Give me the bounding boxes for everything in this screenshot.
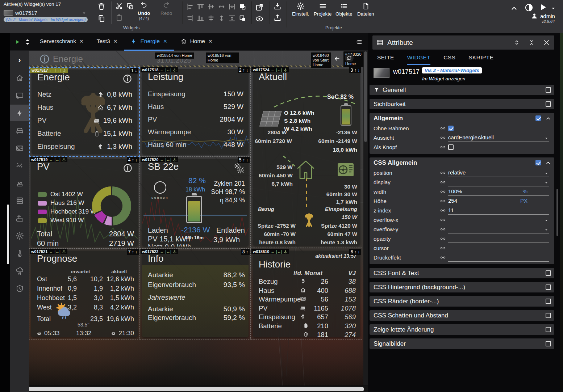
import-icon[interactable] — [273, 2, 282, 11]
preview-eye-icon[interactable] — [255, 14, 264, 23]
section-checkbox[interactable] — [546, 299, 551, 304]
match-height-icon[interactable] — [228, 14, 236, 22]
section-css-font-&-text[interactable]: CSS Font & Text — [370, 268, 554, 278]
link-icon[interactable] — [437, 236, 448, 242]
widget-pv[interactable]: PVOst 1402 WHaus 216 WHochbeet 319 WWest… — [29, 157, 140, 249]
link-icon[interactable] — [437, 179, 448, 185]
section-header[interactable]: Allgemein — [370, 113, 554, 123]
chevron-up-icon[interactable] — [545, 160, 551, 166]
section-checkbox[interactable] — [546, 270, 551, 276]
theme-toggle-icon[interactable] — [524, 3, 534, 12]
section-checkbox[interactable] — [535, 115, 541, 121]
section-checkbox[interactable] — [546, 313, 551, 318]
cut-icon[interactable] — [115, 2, 123, 10]
attr-input[interactable] — [448, 244, 549, 252]
sidebar-item-bolt[interactable] — [10, 105, 29, 121]
widget-energie[interactable]: EnergieNetz0,8 kWhHaus6,7 kWhPV19,6 kWhB… — [29, 67, 140, 157]
sidebar-item-thermometer[interactable] — [10, 245, 29, 262]
sidebar-item-stars-chart[interactable] — [10, 157, 29, 174]
section-css-ränder-border-[interactable]: CSS Ränder (border-...) — [370, 296, 554, 307]
widget-id-chip[interactable]: w017521←|↔| — [30, 249, 67, 254]
nav-dateien-button[interactable]: Dateien — [357, 2, 374, 17]
widget-order-badge[interactable]: 4 ↑ ↓ — [127, 157, 139, 163]
attr-select[interactable] — [448, 178, 549, 186]
nav-einstell-button[interactable]: Einstell. — [292, 2, 309, 17]
align-horizontal-center-icon[interactable] — [207, 14, 215, 22]
run-view-icon[interactable] — [14, 39, 20, 45]
section-css-schatten-und-abstand[interactable]: CSS Schatten und Abstand — [370, 310, 554, 321]
nav-objekte-button[interactable]: Objekte — [335, 2, 353, 17]
close-tab-icon[interactable]: ✕ — [208, 38, 213, 44]
chevron-up-icon[interactable] — [545, 115, 551, 121]
send-backward-icon[interactable] — [239, 14, 246, 22]
align-top-icon[interactable] — [197, 3, 204, 10]
section-header[interactable]: CSS Hintergrund (background-...) — [370, 282, 554, 292]
widget-id-chip[interactable]: w017517←|↔| — [30, 68, 68, 73]
attr-select[interactable]: relative — [448, 169, 549, 177]
link-icon[interactable] — [437, 245, 448, 251]
panel-scrollbar-thumb[interactable] — [556, 189, 558, 236]
clone-icon[interactable] — [126, 2, 134, 10]
widget-sb22e[interactable]: SB 22esonnen82 %18 kWhZyklen 201SoH 98,7… — [140, 157, 251, 249]
distribute-horizontal-icon[interactable] — [218, 3, 225, 10]
sidebar-item-gear[interactable] — [10, 228, 29, 244]
align-right-icon[interactable] — [186, 14, 194, 22]
canvas-vertical-scrollbar[interactable] — [363, 51, 368, 385]
paste-icon[interactable] — [115, 14, 123, 22]
widget-id-chip[interactable]: w017522←|↔| — [141, 249, 178, 254]
widget-order-badge[interactable]: 8 ↑ — [241, 249, 250, 255]
section-checkbox[interactable] — [546, 327, 551, 332]
section-checkbox[interactable] — [546, 284, 551, 290]
close-panel-icon[interactable] — [543, 39, 550, 46]
tab-serverschrank[interactable]: Serverschrank✕ — [33, 33, 90, 51]
widget-order-badge[interactable]: 3 ↑ ↓ — [349, 67, 361, 73]
run-project-icon[interactable] — [539, 3, 547, 12]
panel-tab-seite[interactable]: SEITE — [377, 54, 394, 65]
widget-order-badge[interactable]: 7 ↑ ↓ — [127, 249, 139, 255]
link-icon[interactable] — [437, 125, 448, 131]
export-icon[interactable] — [273, 14, 282, 22]
section-css-hintergrund-background-[interactable]: CSS Hintergrund (background-...) — [370, 282, 554, 292]
link-icon[interactable] — [437, 189, 448, 195]
section-checkbox[interactable] — [546, 87, 551, 93]
widget-overlay-chip[interactable]: w018516 von Home — [206, 52, 239, 63]
sidebar-item-router[interactable] — [10, 210, 29, 227]
views-layers-icon[interactable] — [24, 38, 31, 46]
refresh-icon[interactable] — [345, 54, 354, 62]
widget-prognose[interactable]: PrognoseerwartetaktuellOst5,610,212,6 kW… — [29, 249, 140, 340]
attr-select[interactable] — [448, 216, 549, 224]
redo-button[interactable]: Redo — [160, 1, 172, 16]
delete-widget-button[interactable] — [97, 2, 106, 11]
info-icon[interactable] — [122, 74, 132, 84]
tab-test3[interactable]: Test3✕ — [90, 33, 124, 51]
section-header[interactable]: CSS Font & Text — [370, 268, 554, 278]
distribute-vertical-icon[interactable] — [218, 14, 225, 22]
collapse-toolbar-icon[interactable] — [510, 4, 518, 12]
section-checkbox[interactable] — [535, 160, 541, 165]
section-generell[interactable]: Generell — [370, 85, 554, 95]
panel-tab-css[interactable]: CSS — [443, 54, 455, 65]
widget-order-badge[interactable]: 5 ↑ ↓ — [238, 157, 250, 163]
section-header[interactable]: Sichtbarkeit — [370, 99, 554, 109]
sidebar-item-sofa[interactable] — [10, 122, 29, 139]
section-header[interactable]: CSS Allgemein — [370, 157, 554, 168]
user-menu[interactable]: admin — [531, 12, 555, 20]
sidebar-expand-chevron[interactable]: › — [10, 54, 29, 66]
link-icon[interactable] — [437, 217, 448, 223]
sidebar-item-plant[interactable] — [10, 175, 29, 191]
panel-tab-skripte[interactable]: SKRIPTE — [468, 54, 493, 65]
sidebar-item-cast[interactable] — [10, 87, 29, 104]
run-options-caret-icon[interactable] — [550, 5, 556, 12]
panel-widget-type-badge[interactable]: Vis 2 - Material-Widgets — [422, 67, 482, 73]
attr-input[interactable] — [448, 235, 549, 243]
section-header[interactable]: CSS Ränder (border-...) — [370, 296, 554, 307]
edit-canvas[interactable]: Energie 31.01.2025 w018514 von Home w018… — [29, 51, 363, 385]
section-header[interactable]: Signalbilder — [370, 338, 554, 349]
section-checkbox[interactable] — [546, 341, 551, 346]
link-icon[interactable] — [437, 198, 448, 204]
attr-checkbox[interactable] — [448, 144, 454, 150]
info-icon[interactable] — [123, 163, 133, 173]
tab-energie[interactable]: Energie✕ — [124, 33, 174, 51]
tab-home[interactable]: Home✕ — [174, 33, 219, 51]
attr-input[interactable] — [448, 253, 549, 262]
